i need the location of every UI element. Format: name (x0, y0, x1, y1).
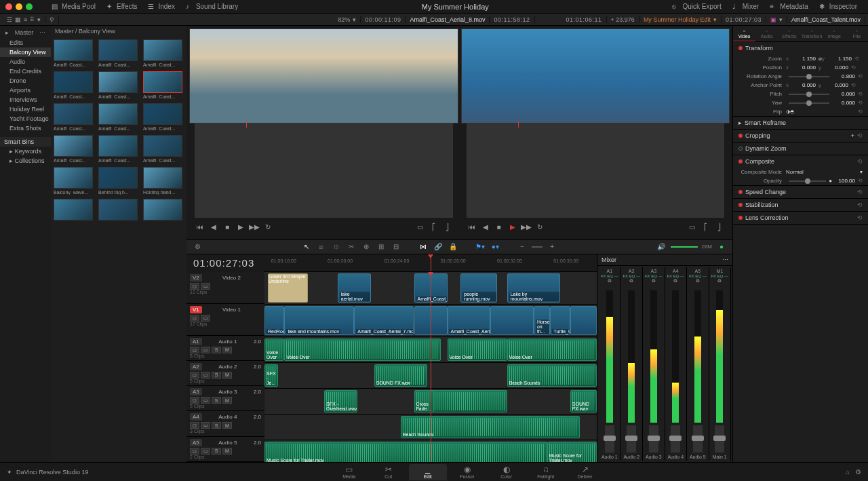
track-header-a2[interactable]: A2Audio 22.0◻▭SM5 Clips (186, 361, 264, 386)
smart-bin-item[interactable]: ▸ Collections (0, 156, 51, 166)
media-clip[interactable]: Amalfi_Coast... (143, 135, 184, 163)
page-deliver[interactable]: ↗Deliver (566, 464, 604, 480)
bin-item[interactable]: Interviews (0, 95, 51, 104)
mixer-strip-a1[interactable]: A1FX EQ ⋯⊙Audio 1 (599, 267, 621, 461)
mute[interactable]: ● (716, 242, 727, 252)
track-header-a3[interactable]: A3Audio 32.0◻▭SM5 Clips (186, 386, 264, 411)
replace-clip[interactable]: ⊟ (391, 242, 401, 252)
metadata-toggle[interactable]: ≡Metadata (764, 3, 814, 10)
timeline-name[interactable]: My Summer Holiday Edit ▾ (639, 16, 722, 23)
flag[interactable]: ⚑▾ (475, 242, 486, 252)
page-edit[interactable]: ⎯Edit (409, 464, 447, 480)
monitor-volume[interactable]: 🔊 (656, 242, 667, 252)
bin-item[interactable]: Balcony View (0, 47, 51, 57)
program-scrubber[interactable] (467, 123, 725, 217)
inspector-tab-video[interactable]: ▫Video (733, 26, 755, 41)
dynamic-trim[interactable]: ⎅ (331, 242, 342, 252)
timeline-clip[interactable]: Horse on th... (534, 306, 551, 335)
timeline-clip[interactable]: people running.mov (460, 273, 497, 303)
mixer-toggle[interactable]: ♩Mixer (727, 3, 764, 10)
track-header-a4[interactable]: A4Audio 42.0◻▭SM3 Clips (186, 411, 264, 436)
program-viewer-image[interactable] (461, 28, 730, 123)
timeline-clip[interactable]: Turtle_Underwater... (550, 306, 570, 335)
pos-x[interactable]: 0.000 (793, 64, 818, 71)
src-loop[interactable]: ↻ (262, 222, 273, 233)
mixer-strip-a4[interactable]: A4FX EQ ⋯⊙Audio 4 (665, 267, 688, 461)
anchor-x[interactable]: 0.000 (793, 82, 818, 88)
track-header-a1[interactable]: A1Audio 12.0◻▭SM8 Clips (186, 336, 264, 361)
zoom-slider[interactable] (532, 242, 542, 252)
lens-correction-section[interactable]: Lens Correction ⟲ (733, 212, 868, 224)
src-clip-name[interactable]: Amalfi_Coast_Aerial_8.mov (406, 16, 490, 23)
timeline-clip[interactable]: Amalfi_Coast_Aerial_6.mov (448, 306, 491, 335)
media-clip[interactable]: Amalfi_Coast... (98, 103, 139, 131)
smart-reframe-section[interactable]: ▸Smart Reframe (733, 117, 868, 129)
src-stop[interactable]: ■ (222, 222, 233, 233)
rotation-value[interactable]: 0.800 (832, 73, 858, 79)
prg-first-frame[interactable]: ⏮ (467, 222, 477, 233)
prg-prev-frame[interactable]: ◀ (480, 222, 491, 233)
opacity-slider[interactable] (789, 180, 826, 182)
link-selection[interactable]: 🔗 (433, 242, 443, 252)
snapping[interactable]: ⋈ (418, 242, 429, 252)
pos-y[interactable]: 0.000 (825, 64, 851, 71)
playhead[interactable] (431, 254, 431, 271)
zoom-y[interactable]: 1.150 (829, 56, 854, 62)
timeline-clip[interactable]: Lake by mountains.mov (507, 273, 560, 303)
page-color[interactable]: ◐Color (488, 464, 526, 480)
timeline-clip[interactable]: SOUND FX.wav (374, 364, 427, 387)
track-header-a5[interactable]: A5Audio 52.0◻▭SM2 Clips (186, 437, 264, 462)
overwrite-clip[interactable]: ⊞ (376, 242, 387, 252)
timeline-clip[interactable]: lake and mountains.mov (284, 306, 354, 335)
media-pool-toggle[interactable]: ▤Media Pool (46, 3, 101, 10)
page-fusion[interactable]: ◉Fusion (448, 464, 486, 480)
timeline-ruler[interactable]: 01:00:18:0001:00:20:0001:00:24:0001:00:2… (264, 254, 597, 272)
media-clip[interactable]: Amalfi_Coast... (54, 71, 94, 99)
src-match-frame[interactable]: ▭ (415, 222, 426, 233)
media-clip[interactable]: Amalfi_Coast... (54, 135, 94, 163)
media-clip[interactable]: Amalfi_Coast... (143, 71, 184, 99)
src-first-frame[interactable]: ⏮ (195, 222, 205, 233)
timeline-clip[interactable]: Voice Over (507, 339, 597, 361)
timeline-clip[interactable] (570, 306, 597, 335)
timeline-clip[interactable]: Beach Sounds (507, 364, 597, 387)
media-clip[interactable]: Amalfi_Coast... (54, 103, 94, 131)
stabilization-section[interactable]: Stabilization ⟲ (733, 199, 868, 211)
bin-item[interactable]: Airports (0, 85, 51, 95)
media-clip[interactable] (54, 199, 94, 222)
rotation-slider[interactable] (789, 76, 829, 77)
timeline-clip[interactable]: Music Score for Trailer.mov (547, 442, 597, 463)
timeline-clip[interactable]: Voice Over (448, 339, 507, 361)
src-next-frame[interactable]: ▶▶ (249, 222, 260, 233)
inspector-tab-audio[interactable]: ▫Audio (755, 26, 778, 41)
quick-export[interactable]: ⎋Quick Export (667, 3, 726, 10)
page-cut[interactable]: ✂Cut (370, 464, 408, 480)
media-clip[interactable]: Amalfi_Coast... (98, 135, 139, 163)
bin-item[interactable]: Audio (0, 57, 51, 66)
master-bin[interactable]: ▸Master⋯ (0, 27, 51, 38)
media-clip[interactable]: Amalfi_Coast... (54, 39, 94, 67)
mixer-menu[interactable]: ⋯ (722, 256, 728, 263)
source-viewer-image[interactable] (189, 28, 458, 123)
timeline-clip[interactable]: SFX - Je... (264, 364, 278, 387)
flip-v[interactable]: ⬘ (790, 109, 794, 115)
insert-clip[interactable]: ⊕ (361, 242, 372, 252)
zoom-in[interactable]: + (547, 242, 557, 252)
mixer-strip-a2[interactable]: A2FX EQ ⋯⊙Audio 2 (621, 267, 644, 461)
index-toggle[interactable]: ☰Index (142, 3, 180, 10)
timeline-clip[interactable]: Lower 3rd Simple Underline (268, 273, 308, 303)
project-settings-icon[interactable]: ⚙ (855, 468, 861, 476)
window-controls[interactable] (5, 3, 33, 10)
inspector-tab-file[interactable]: ▫File (846, 26, 868, 41)
timeline-clip[interactable]: Beach Sounds (401, 416, 580, 438)
transform-section[interactable]: Transform (733, 42, 868, 54)
zoom-out[interactable]: − (517, 242, 528, 252)
prg-play[interactable]: ▶ (507, 222, 518, 233)
timeline-clip[interactable]: SFX - Overhead.wav (324, 390, 357, 412)
inspector-toggle[interactable]: ✱Inspector (814, 3, 863, 10)
media-clip[interactable]: Balcony_wave... (54, 167, 94, 195)
prg-match-frame[interactable]: ▭ (686, 222, 697, 233)
bin-item[interactable]: Edits (0, 38, 51, 47)
bin-item[interactable]: Holiday Reel (0, 104, 51, 114)
timeline-clip[interactable]: Voice Over (284, 339, 440, 361)
